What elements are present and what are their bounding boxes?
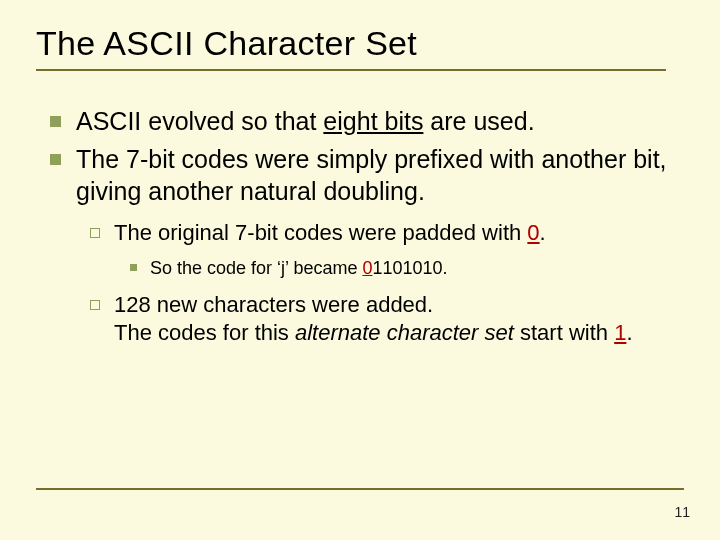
bullet-item: ASCII evolved so that eight bits are use… <box>42 105 684 137</box>
title-divider <box>36 69 666 71</box>
text: . <box>540 220 546 245</box>
text: . <box>626 320 632 345</box>
bullet-list-level1: ASCII evolved so that eight bits are use… <box>42 105 684 347</box>
text: So the code for ‘j’ became <box>150 258 362 278</box>
bullet-item: 128 new characters were added. The codes… <box>84 291 684 347</box>
page-number: 11 <box>674 504 690 520</box>
bullet-list-level2: The original 7-bit codes were padded wit… <box>84 219 684 347</box>
bullet-item: The original 7-bit codes were padded wit… <box>84 219 684 281</box>
text: 1101010. <box>372 258 447 278</box>
emphasis-underline: eight bits <box>323 107 423 135</box>
bullet-list-level3: So the code for ‘j’ became 01101010. <box>124 257 684 280</box>
slide: The ASCII Character Set ASCII evolved so… <box>0 0 720 540</box>
text: start with <box>514 320 614 345</box>
text: ASCII evolved so that <box>76 107 323 135</box>
text: The 7-bit codes were simply prefixed wit… <box>76 145 667 205</box>
slide-title: The ASCII Character Set <box>36 24 684 63</box>
text: The original 7-bit codes were padded wit… <box>114 220 527 245</box>
emphasis-italic: alternate character set <box>295 320 514 345</box>
text: The codes for this <box>114 320 295 345</box>
text: are used. <box>423 107 534 135</box>
text: 128 new characters were added. <box>114 292 433 317</box>
emphasis-red-underline: 1 <box>614 320 626 345</box>
emphasis-red-underline: 0 <box>527 220 539 245</box>
bullet-item: So the code for ‘j’ became 01101010. <box>124 257 684 280</box>
footer-divider <box>36 488 684 490</box>
emphasis-red-underline: 0 <box>362 258 372 278</box>
bullet-item: The 7-bit codes were simply prefixed wit… <box>42 143 684 347</box>
